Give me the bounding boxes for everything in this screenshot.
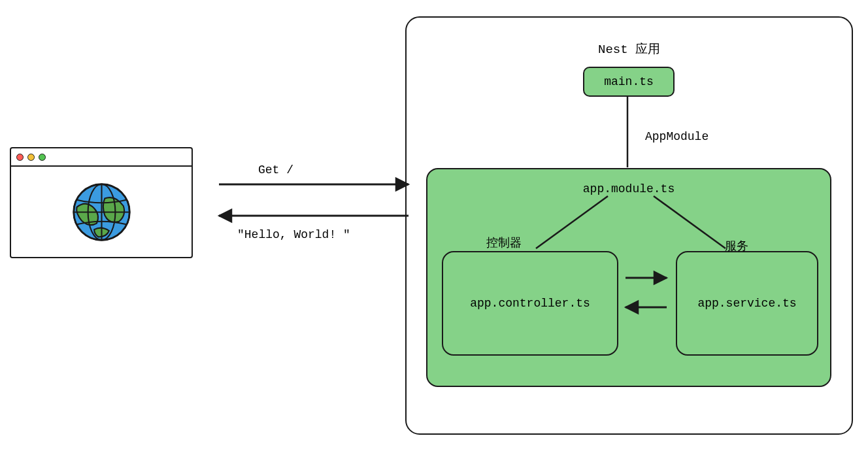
- request-label: Get /: [258, 163, 293, 177]
- response-label: "Hello, World! ": [237, 228, 350, 241]
- zoom-dot-icon: [39, 154, 46, 161]
- nest-app-title: Nest 应用: [407, 41, 852, 58]
- browser-body: [11, 167, 192, 257]
- app-module-box: app.module.ts 控制器 服务 app.controller.ts a…: [426, 168, 831, 387]
- nest-app-container: Nest 应用 main.ts AppModule app.module.ts …: [405, 16, 853, 435]
- controller-file-label: app.controller.ts: [470, 297, 590, 310]
- appmodule-edge-label: AppModule: [645, 130, 709, 143]
- main-ts-box: main.ts: [583, 67, 675, 97]
- service-file-label: app.service.ts: [697, 297, 796, 310]
- controller-box: app.controller.ts: [442, 251, 618, 356]
- browser-titlebar: [11, 148, 192, 167]
- close-dot-icon: [16, 154, 24, 161]
- service-box: app.service.ts: [676, 251, 818, 356]
- minimize-dot-icon: [27, 154, 35, 161]
- main-ts-label: main.ts: [604, 75, 654, 88]
- app-module-file-label: app.module.ts: [427, 182, 830, 195]
- controller-heading: 控制器: [486, 235, 522, 250]
- globe-icon: [71, 181, 133, 243]
- browser-window: [10, 147, 193, 258]
- diagram-canvas: Get / "Hello, World! " Nest 应用 main.ts A…: [0, 0, 868, 455]
